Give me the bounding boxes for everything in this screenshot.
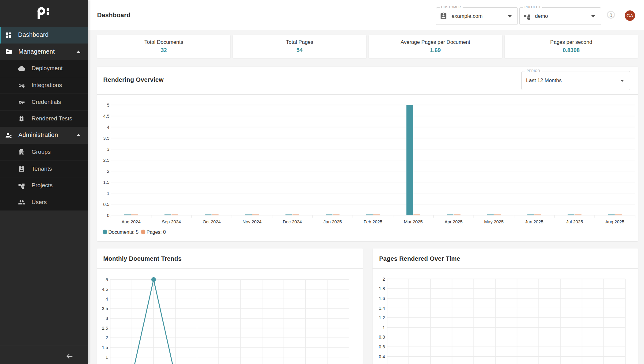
svg-text:Pages: 0: Pages: 0 [146,229,166,235]
svg-text:1: 1 [382,325,385,330]
svg-text:4.5: 4.5 [102,287,108,292]
svg-text:Aug 2025: Aug 2025 [605,219,624,224]
svg-text:2: 2 [106,335,108,340]
svg-text:Sep 2024: Sep 2024 [162,219,181,224]
svg-text:Jul 2025: Jul 2025 [566,219,583,224]
svg-text:4: 4 [107,125,109,130]
svg-text:3.5: 3.5 [102,306,108,311]
svg-text:1.5: 1.5 [102,345,108,350]
svg-text:Jan 2025: Jan 2025 [324,219,342,224]
svg-text:0.6: 0.6 [379,344,385,349]
svg-text:Jun 2025: Jun 2025 [525,219,544,224]
svg-text:3.5: 3.5 [103,136,109,141]
svg-text:2: 2 [107,169,109,174]
svg-text:Feb 2025: Feb 2025 [364,219,382,224]
svg-text:1.5: 1.5 [103,180,109,185]
svg-text:5: 5 [107,103,109,108]
svg-text:Dec 2024: Dec 2024 [283,219,302,224]
svg-text:0: 0 [107,213,109,218]
svg-text:4: 4 [106,297,108,301]
svg-text:5: 5 [106,277,108,282]
svg-text:Mar 2025: Mar 2025 [404,219,422,224]
svg-text:1.6: 1.6 [379,296,385,301]
svg-text:Oct 2024: Oct 2024 [203,219,221,224]
svg-text:1.8: 1.8 [379,286,385,291]
svg-text:1: 1 [106,355,108,360]
svg-text:2: 2 [382,277,385,282]
svg-text:0.4: 0.4 [379,354,385,359]
svg-text:2.5: 2.5 [102,326,108,331]
svg-text:Aug 2024: Aug 2024 [122,219,141,224]
svg-text:3: 3 [106,316,108,321]
svg-text:Documents: 5: Documents: 5 [108,229,139,235]
svg-text:0.8: 0.8 [379,335,385,339]
svg-text:Nov 2024: Nov 2024 [242,219,261,224]
svg-text:4.5: 4.5 [103,114,109,119]
svg-text:2.5: 2.5 [103,158,109,163]
svg-text:3: 3 [107,147,109,152]
svg-text:1.4: 1.4 [379,306,385,311]
svg-text:0.5: 0.5 [103,202,109,207]
svg-text:Apr 2025: Apr 2025 [445,219,463,224]
svg-text:1: 1 [107,191,109,196]
svg-text:1.2: 1.2 [379,315,385,320]
svg-text:May 2025: May 2025 [484,219,504,224]
